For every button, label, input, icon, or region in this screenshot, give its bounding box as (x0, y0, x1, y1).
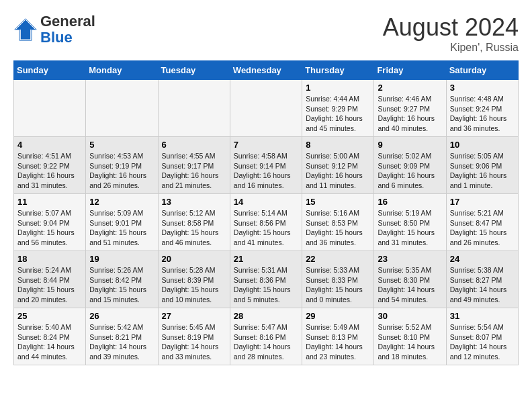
day-info: Sunrise: 5:24 AM Sunset: 8:44 PM Dayligh… (17, 265, 82, 305)
day-number: 20 (162, 254, 226, 264)
day-info: Sunrise: 5:35 AM Sunset: 8:30 PM Dayligh… (378, 265, 442, 305)
calendar-cell: 13Sunrise: 5:12 AM Sunset: 8:58 PM Dayli… (158, 194, 230, 251)
day-info: Sunrise: 5:40 AM Sunset: 8:24 PM Dayligh… (17, 322, 82, 362)
day-info: Sunrise: 5:26 AM Sunset: 8:42 PM Dayligh… (89, 265, 154, 305)
week-row-1: 1Sunrise: 4:44 AM Sunset: 9:29 PM Daylig… (14, 80, 519, 137)
day-info: Sunrise: 5:33 AM Sunset: 8:33 PM Dayligh… (306, 265, 370, 305)
day-info: Sunrise: 5:19 AM Sunset: 8:50 PM Dayligh… (378, 208, 442, 248)
logo-text: General Blue (40, 13, 95, 46)
calendar-cell: 11Sunrise: 5:07 AM Sunset: 9:04 PM Dayli… (14, 194, 86, 251)
calendar-cell: 20Sunrise: 5:28 AM Sunset: 8:39 PM Dayli… (158, 251, 230, 308)
day-number: 4 (17, 140, 82, 150)
calendar-table: SundayMondayTuesdayWednesdayThursdayFrid… (13, 60, 519, 365)
calendar-cell: 12Sunrise: 5:09 AM Sunset: 9:01 PM Dayli… (86, 194, 158, 251)
day-info: Sunrise: 5:16 AM Sunset: 8:53 PM Dayligh… (306, 208, 370, 248)
day-header-monday: Monday (86, 61, 158, 80)
day-number: 9 (378, 140, 442, 150)
week-row-5: 25Sunrise: 5:40 AM Sunset: 8:24 PM Dayli… (14, 308, 519, 365)
day-info: Sunrise: 4:55 AM Sunset: 9:17 PM Dayligh… (162, 151, 226, 191)
calendar-cell (86, 80, 158, 137)
day-number: 14 (234, 197, 298, 207)
day-number: 27 (162, 311, 226, 321)
day-number: 29 (306, 311, 370, 321)
day-number: 24 (450, 254, 515, 264)
calendar-cell: 16Sunrise: 5:19 AM Sunset: 8:50 PM Dayli… (374, 194, 446, 251)
day-number: 5 (89, 140, 154, 150)
day-info: Sunrise: 5:09 AM Sunset: 9:01 PM Dayligh… (89, 208, 154, 248)
week-row-2: 4Sunrise: 4:51 AM Sunset: 9:22 PM Daylig… (14, 137, 519, 194)
calendar-cell: 22Sunrise: 5:33 AM Sunset: 8:33 PM Dayli… (302, 251, 374, 308)
calendar-cell: 3Sunrise: 4:48 AM Sunset: 9:24 PM Daylig… (446, 80, 518, 137)
calendar-cell: 23Sunrise: 5:35 AM Sunset: 8:30 PM Dayli… (374, 251, 446, 308)
day-info: Sunrise: 5:45 AM Sunset: 8:19 PM Dayligh… (162, 322, 226, 362)
logo-general-text: General (40, 13, 95, 30)
day-header-friday: Friday (374, 61, 446, 80)
logo-blue-text: Blue (40, 29, 73, 46)
calendar-subtitle: Kipen', Russia (383, 42, 519, 54)
calendar-cell: 25Sunrise: 5:40 AM Sunset: 8:24 PM Dayli… (14, 308, 86, 365)
day-number: 17 (450, 197, 515, 207)
day-number: 13 (162, 197, 226, 207)
day-number: 25 (17, 311, 82, 321)
calendar-cell: 24Sunrise: 5:38 AM Sunset: 8:27 PM Dayli… (446, 251, 518, 308)
day-info: Sunrise: 4:48 AM Sunset: 9:24 PM Dayligh… (450, 94, 515, 134)
day-number: 22 (306, 254, 370, 264)
day-header-wednesday: Wednesday (230, 61, 302, 80)
day-number: 15 (306, 197, 370, 207)
day-number: 6 (162, 140, 226, 150)
day-number: 7 (234, 140, 298, 150)
calendar-cell: 30Sunrise: 5:52 AM Sunset: 8:10 PM Dayli… (374, 308, 446, 365)
day-info: Sunrise: 4:44 AM Sunset: 9:29 PM Dayligh… (306, 94, 370, 134)
calendar-cell: 28Sunrise: 5:47 AM Sunset: 8:16 PM Dayli… (230, 308, 302, 365)
day-info: Sunrise: 5:14 AM Sunset: 8:56 PM Dayligh… (234, 208, 298, 248)
calendar-cell: 29Sunrise: 5:49 AM Sunset: 8:13 PM Dayli… (302, 308, 374, 365)
day-number: 10 (450, 140, 515, 150)
day-header-sunday: Sunday (14, 61, 86, 80)
day-number: 18 (17, 254, 82, 264)
day-info: Sunrise: 5:05 AM Sunset: 9:06 PM Dayligh… (450, 151, 515, 191)
calendar-cell: 8Sunrise: 5:00 AM Sunset: 9:12 PM Daylig… (302, 137, 374, 194)
day-info: Sunrise: 4:51 AM Sunset: 9:22 PM Dayligh… (17, 151, 82, 191)
day-number: 12 (89, 197, 154, 207)
calendar-cell: 15Sunrise: 5:16 AM Sunset: 8:53 PM Dayli… (302, 194, 374, 251)
week-row-4: 18Sunrise: 5:24 AM Sunset: 8:44 PM Dayli… (14, 251, 519, 308)
calendar-cell: 1Sunrise: 4:44 AM Sunset: 9:29 PM Daylig… (302, 80, 374, 137)
day-info: Sunrise: 5:54 AM Sunset: 8:07 PM Dayligh… (450, 322, 515, 362)
day-number: 19 (89, 254, 154, 264)
day-info: Sunrise: 4:46 AM Sunset: 9:27 PM Dayligh… (378, 94, 442, 134)
calendar-cell: 18Sunrise: 5:24 AM Sunset: 8:44 PM Dayli… (14, 251, 86, 308)
day-info: Sunrise: 5:49 AM Sunset: 8:13 PM Dayligh… (306, 322, 370, 362)
day-number: 31 (450, 311, 515, 321)
day-info: Sunrise: 5:21 AM Sunset: 8:47 PM Dayligh… (450, 208, 515, 248)
day-info: Sunrise: 5:02 AM Sunset: 9:09 PM Dayligh… (378, 151, 442, 191)
calendar-cell: 19Sunrise: 5:26 AM Sunset: 8:42 PM Dayli… (86, 251, 158, 308)
calendar-cell (158, 80, 230, 137)
day-number: 26 (89, 311, 154, 321)
day-number: 30 (378, 311, 442, 321)
calendar-cell: 21Sunrise: 5:31 AM Sunset: 8:36 PM Dayli… (230, 251, 302, 308)
day-info: Sunrise: 5:42 AM Sunset: 8:21 PM Dayligh… (89, 322, 154, 362)
day-info: Sunrise: 5:00 AM Sunset: 9:12 PM Dayligh… (306, 151, 370, 191)
calendar-cell: 14Sunrise: 5:14 AM Sunset: 8:56 PM Dayli… (230, 194, 302, 251)
day-info: Sunrise: 5:12 AM Sunset: 8:58 PM Dayligh… (162, 208, 226, 248)
logo-icon (13, 17, 38, 42)
day-number: 11 (17, 197, 82, 207)
calendar-cell: 10Sunrise: 5:05 AM Sunset: 9:06 PM Dayli… (446, 137, 518, 194)
day-info: Sunrise: 5:52 AM Sunset: 8:10 PM Dayligh… (378, 322, 442, 362)
day-info: Sunrise: 5:47 AM Sunset: 8:16 PM Dayligh… (234, 322, 298, 362)
day-number: 8 (306, 140, 370, 150)
day-info: Sunrise: 5:07 AM Sunset: 9:04 PM Dayligh… (17, 208, 82, 248)
calendar-cell: 6Sunrise: 4:55 AM Sunset: 9:17 PM Daylig… (158, 137, 230, 194)
header: General Blue August 2024 Kipen', Russia (13, 13, 519, 54)
day-header-tuesday: Tuesday (158, 61, 230, 80)
calendar-cell: 17Sunrise: 5:21 AM Sunset: 8:47 PM Dayli… (446, 194, 518, 251)
day-number: 2 (378, 83, 442, 93)
calendar-cell (230, 80, 302, 137)
calendar-cell: 7Sunrise: 4:58 AM Sunset: 9:14 PM Daylig… (230, 137, 302, 194)
week-row-3: 11Sunrise: 5:07 AM Sunset: 9:04 PM Dayli… (14, 194, 519, 251)
day-header-thursday: Thursday (302, 61, 374, 80)
calendar-cell: 2Sunrise: 4:46 AM Sunset: 9:27 PM Daylig… (374, 80, 446, 137)
day-number: 16 (378, 197, 442, 207)
calendar-cell: 27Sunrise: 5:45 AM Sunset: 8:19 PM Dayli… (158, 308, 230, 365)
calendar-title: August 2024 (383, 13, 519, 42)
